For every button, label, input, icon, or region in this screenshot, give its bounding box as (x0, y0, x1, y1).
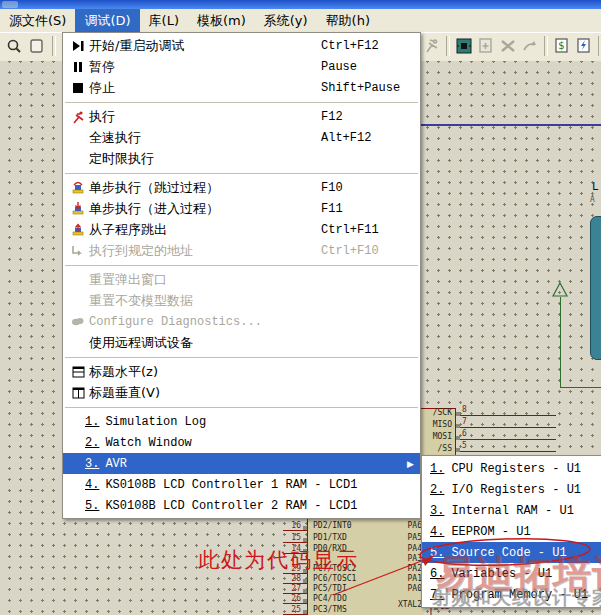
menu-item-label: 停止 (89, 79, 115, 97)
menu-item-reset-popup-windows[interactable]: 重置弹出窗口 (63, 269, 420, 290)
menu-item-number: 2. (430, 483, 444, 497)
pin-wire (456, 415, 556, 416)
menu-item-label: 全速执行 (89, 129, 141, 147)
menu-item-reset-persistent-model-data[interactable]: 重置不变模型数据 (63, 290, 420, 311)
pin-label: XTAL2 (398, 600, 422, 610)
menu-item-number: 2. (85, 436, 99, 450)
submenu-item-internal-ram[interactable]: 3. Internal RAM - U1 (422, 500, 601, 521)
green-wire-horizontal[interactable] (560, 387, 601, 388)
menu-item-number: 5. (85, 499, 99, 513)
menu-item-avr[interactable]: 3. AVR ▶ (63, 453, 420, 474)
pin-node (303, 526, 307, 530)
menu-item-step-into[interactable]: 单步执行（进入过程） F11 (63, 198, 420, 219)
sheet-icon[interactable] (27, 36, 47, 56)
menu-item-label: Simulation Log (105, 415, 206, 429)
pin-wire (456, 451, 556, 452)
pin-node (303, 599, 307, 603)
menu-item-label: 重置弹出窗口 (89, 271, 167, 289)
toolbar-right-group: $ (422, 36, 601, 56)
menu-item-label: CPU Registers - U1 (451, 462, 581, 476)
submenu-item-io-registers[interactable]: 2. I/O Registers - U1 (422, 479, 601, 500)
watermark-line2: 射频和天线设计专家 (432, 585, 601, 611)
menu-shortcut: Pause (321, 60, 357, 74)
pin-number: 6 (462, 429, 467, 439)
menu-item-label: 单步执行（跳过过程） (89, 179, 219, 197)
pin-node (303, 579, 307, 583)
menubar-item-template[interactable]: 模板(m) (188, 9, 255, 32)
menu-item-label: I/O Registers - U1 (451, 483, 581, 497)
menu-item-label: KS0108B LCD Controller 2 RAM - LCD1 (105, 499, 357, 513)
window-title-fragment (2, 1, 18, 8)
chip-spi-fragment[interactable]: /SCK MISO MOSI /SS 8 7 6 5 (419, 404, 601, 455)
debug-menu: 开始/重启动调试 Ctrl+F12 暂停 Pause 停止 Shift+Paus… (62, 32, 421, 519)
menu-separator (63, 169, 420, 177)
menubar-item-library[interactable]: 库(L) (140, 9, 188, 32)
menu-item-run-to-address[interactable]: 执行到规定的地址 Ctrl+F10 (63, 240, 420, 261)
menu-item-label: 标题垂直(V) (89, 384, 160, 402)
menu-separator (63, 353, 420, 361)
curved-arrow-icon[interactable] (520, 36, 540, 56)
tile-horizontal-icon (67, 366, 89, 378)
menu-item-timed-execute[interactable]: 定时限执行 (63, 148, 420, 169)
pin-number: 7 (462, 417, 467, 427)
menu-shortcut: Ctrl+F12 (321, 39, 379, 53)
pin-label: PA5 (408, 533, 422, 543)
menu-separator (63, 261, 420, 269)
menubar-item-debug[interactable]: 调试(D) (75, 9, 139, 32)
menu-item-simulation-log[interactable]: 1. Simulation Log (63, 411, 420, 432)
menu-item-label: AVR (105, 457, 127, 471)
menu-item-number: 3. (430, 504, 444, 518)
svg-text:$: $ (558, 40, 564, 51)
green-wire-vertical[interactable] (560, 297, 561, 387)
play-step-icon (67, 40, 89, 52)
pin-number: 8 (462, 405, 467, 415)
menubar-item-system[interactable]: 系统(y) (255, 9, 317, 32)
blue-bus-wire[interactable] (419, 124, 601, 126)
menu-item-lcd1-controller1-ram[interactable]: 4. KS0108B LCD Controller 1 RAM - LCD1 (63, 474, 420, 495)
menu-item-step-over[interactable]: 单步执行（跳过过程） F10 (63, 177, 420, 198)
menu-item-label: 标题水平(z) (89, 363, 158, 381)
lcd-screen-fragment[interactable] (590, 216, 601, 360)
menu-item-lcd1-controller2-ram[interactable]: 5. KS0108B LCD Controller 2 RAM - LCD1 (63, 495, 420, 516)
menu-item-label: 开始/重启动调试 (89, 37, 184, 55)
delete-x-icon[interactable] (498, 36, 518, 56)
green-chip-icon[interactable] (454, 36, 474, 56)
submenu-item-cpu-registers[interactable]: 1. CPU Registers - U1 (422, 458, 601, 479)
menu-item-full-speed-execute[interactable]: 全速执行 Alt+F12 (63, 127, 420, 148)
doc-dollar-icon[interactable]: $ (552, 36, 572, 56)
menubar-item-help[interactable]: 帮助(h) (317, 9, 379, 32)
zoom-icon[interactable] (4, 36, 24, 56)
menu-item-watch-window[interactable]: 2. Watch Window (63, 432, 420, 453)
pin-number: 5 (462, 441, 467, 451)
gray-runner-icon[interactable] (422, 36, 442, 56)
menu-item-start-restart-debug[interactable]: 开始/重启动调试 Ctrl+F12 (63, 35, 420, 56)
menu-item-label: 单步执行（进入过程） (89, 200, 219, 218)
pause-icon (67, 61, 89, 73)
step-over-icon (67, 181, 89, 194)
menu-item-pause[interactable]: 暂停 Pause (63, 56, 420, 77)
pin-node (303, 589, 307, 593)
menu-item-label: Internal RAM - U1 (451, 504, 573, 518)
toolbar-separator (446, 36, 450, 56)
menu-item-configure-diagnostics[interactable]: Configure Diagnostics... (63, 311, 420, 332)
pin-label: /SS (419, 444, 452, 454)
lcd-label-a: A (590, 195, 595, 204)
menu-item-tile-horizontal[interactable]: 标题水平(z) (63, 361, 420, 382)
submenu-item-eeprom[interactable]: 4. EEPROM - U1 (422, 521, 601, 542)
menu-item-stop[interactable]: 停止 Shift+Pause (63, 77, 420, 98)
menubar-item-source[interactable]: 源文件(S) (0, 9, 75, 32)
pin-label: PC6/TOSC1 (313, 574, 356, 584)
menu-item-use-remote-debug[interactable]: 使用远程调试设备 (63, 332, 420, 353)
menu-item-step-out[interactable]: 从子程序跳出 Ctrl+F11 (63, 219, 420, 240)
step-into-icon (67, 202, 89, 215)
doc-lightning-icon[interactable] (574, 36, 594, 56)
menu-item-execute[interactable]: 执行 F12 (63, 106, 420, 127)
pin-label: PA3 (408, 554, 422, 564)
pin-label: MOSI (419, 432, 452, 442)
lcd-label-l: L (592, 180, 599, 193)
doc-plus-icon[interactable] (476, 36, 496, 56)
pin-label: /SCK (419, 408, 452, 418)
menu-shortcut: Alt+F12 (321, 131, 371, 145)
submenu-arrow-icon: ▶ (407, 459, 414, 469)
menu-item-tile-vertical[interactable]: 标题垂直(V) (63, 382, 420, 403)
